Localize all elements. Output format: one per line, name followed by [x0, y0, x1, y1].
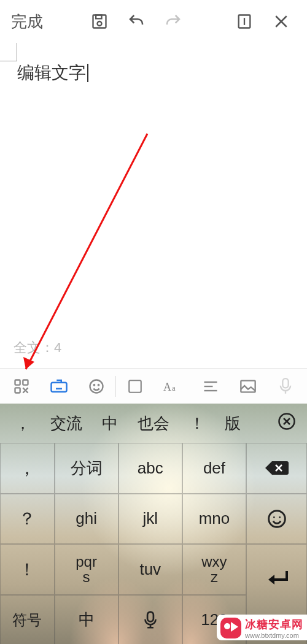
svg-rect-28 — [283, 378, 289, 388]
svg-point-36 — [279, 516, 281, 518]
keyboard: ， 分词 abc def ？ ghi jkl mno ！ pqr s tuv w… — [0, 443, 307, 644]
key-symbols[interactable]: 符号 — [0, 595, 55, 645]
undo-button[interactable] — [118, 3, 155, 40]
key-ghi[interactable]: ghi — [55, 494, 119, 545]
svg-point-20 — [98, 384, 99, 385]
ime-emoji-button[interactable] — [78, 369, 115, 404]
svg-text:A: A — [163, 381, 171, 393]
watermark-logo-icon — [220, 618, 241, 638]
save-button[interactable] — [81, 3, 118, 40]
candidate-row: ， 交流 中 也会 ！ 版 — [0, 404, 307, 443]
image-icon — [239, 379, 257, 394]
key-jkl[interactable]: jkl — [119, 494, 182, 545]
ime-keyboard-button[interactable] — [40, 369, 77, 404]
redo-icon — [164, 12, 182, 31]
ime-toolbar: Aa — [0, 368, 307, 404]
svg-rect-21 — [129, 380, 141, 393]
editor-area[interactable]: 编辑文字 全文：4 — [0, 43, 307, 368]
close-button[interactable] — [263, 3, 300, 40]
key-pqrs[interactable]: pqr s — [55, 544, 119, 595]
watermark-url: www.btxtdmy.com — [245, 632, 303, 639]
svg-rect-10 — [23, 380, 28, 385]
save-icon — [91, 13, 108, 30]
grid-icon — [13, 378, 30, 395]
ime-mic-button[interactable] — [267, 369, 305, 404]
expand-icon — [127, 378, 143, 394]
svg-rect-1 — [96, 15, 101, 19]
key-exclaim[interactable]: ！ — [0, 544, 55, 595]
key-question[interactable]: ？ — [0, 494, 55, 545]
key-def[interactable]: def — [182, 443, 246, 494]
enter-icon — [263, 569, 290, 589]
svg-rect-12 — [52, 382, 67, 391]
svg-text:a: a — [172, 383, 176, 393]
close-icon — [272, 12, 290, 31]
key-wxyz[interactable]: wxy z — [182, 544, 246, 595]
key-enter[interactable] — [246, 544, 307, 595]
paragraph-indent-marker — [0, 43, 17, 61]
mic-icon — [279, 378, 292, 395]
svg-point-34 — [268, 510, 285, 527]
key-abc[interactable]: abc — [119, 443, 182, 494]
svg-point-19 — [94, 384, 95, 385]
key-emoji[interactable] — [246, 494, 307, 545]
ime-apps-button[interactable] — [2, 369, 40, 404]
svg-point-18 — [90, 380, 103, 393]
page-icon — [236, 13, 253, 30]
svg-point-2 — [98, 21, 102, 26]
candidate-2[interactable]: 中 — [92, 413, 128, 434]
candidate-0[interactable]: ， — [5, 413, 41, 434]
ime-image-button[interactable] — [229, 369, 266, 404]
watermark-title: 冰糖安卓网 — [245, 617, 303, 632]
watermark: 冰糖安卓网 www.btxtdmy.com — [217, 615, 307, 640]
top-toolbar: 完成 — [0, 0, 307, 43]
done-button[interactable]: 完成 — [7, 11, 47, 33]
candidate-3[interactable]: 也会 — [128, 413, 179, 434]
text-cursor — [87, 64, 88, 82]
candidate-4[interactable]: ！ — [179, 413, 215, 434]
key-voice[interactable] — [119, 595, 182, 645]
face-icon — [88, 378, 105, 395]
key-tuv[interactable]: tuv — [119, 544, 182, 595]
mic-key-icon — [144, 611, 157, 629]
editor-text-content: 编辑文字 — [17, 61, 86, 85]
key-lang[interactable]: 中 — [55, 595, 119, 645]
key-fenci[interactable]: 分词 — [55, 443, 119, 494]
word-count-label: 全文：4 — [14, 339, 61, 357]
ime-font-button[interactable]: Aa — [154, 369, 192, 404]
key-mno[interactable]: mno — [182, 494, 246, 545]
keyboard-icon — [50, 378, 68, 394]
svg-rect-11 — [15, 388, 20, 393]
candidate-1[interactable]: 交流 — [41, 413, 92, 434]
svg-point-35 — [273, 516, 275, 518]
close-circle-icon — [278, 412, 296, 431]
ime-expand-button[interactable] — [116, 369, 154, 404]
svg-rect-9 — [15, 380, 20, 385]
editor-text: 编辑文字 — [17, 61, 88, 85]
font-icon: Aa — [163, 379, 182, 394]
key-comma[interactable]: ， — [0, 443, 55, 494]
emoji-icon — [267, 509, 287, 529]
candidate-close-button[interactable] — [271, 412, 302, 435]
keyboard-region: ， 交流 中 也会 ！ 版 ， 分词 abc def ？ ghi jkl mno — [0, 404, 307, 644]
view-toggle-button[interactable] — [226, 3, 263, 40]
ime-align-button[interactable] — [192, 369, 229, 404]
backspace-icon — [263, 459, 290, 477]
candidate-5[interactable]: 版 — [215, 413, 251, 434]
key-backspace[interactable] — [246, 443, 307, 494]
undo-icon — [127, 12, 146, 31]
redo-button[interactable] — [155, 3, 192, 40]
align-icon — [202, 379, 219, 394]
svg-rect-37 — [147, 611, 154, 621]
